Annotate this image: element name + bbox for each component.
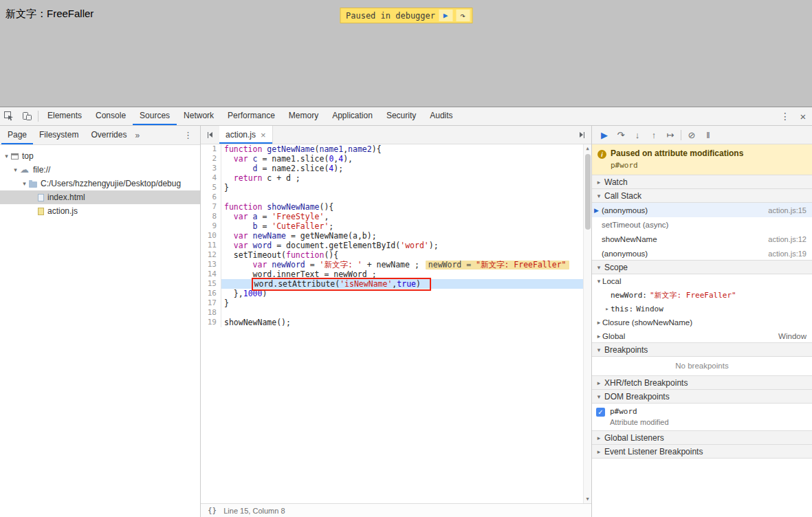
tree-expand-icon[interactable]: ▾ [3, 153, 10, 160]
step-into-icon[interactable]: ↓ [629, 126, 646, 143]
pause-on-exceptions-icon[interactable]: ‖ [700, 126, 716, 143]
scope-section-local[interactable]: ▾Local [592, 274, 812, 288]
code-editor[interactable]: 1function getNewName(name1,name2){2 var … [201, 144, 591, 503]
sidebar-tab-filesystem[interactable]: Filesystem [33, 126, 85, 144]
tab-application[interactable]: Application [325, 107, 380, 125]
call-stack-frame[interactable]: (anonymous)action.js:19 [592, 246, 812, 261]
line-number[interactable]: 17 [201, 298, 221, 308]
devtools-close-icon[interactable]: × [794, 108, 812, 125]
hide-navigator-icon[interactable] [201, 126, 219, 144]
call-stack-frame[interactable]: ▶(anonymous)action.js:15 [592, 203, 812, 217]
tab-audits[interactable]: Audits [423, 107, 459, 125]
line-number[interactable]: 13 [201, 260, 221, 270]
step-icon[interactable]: ↦ [662, 126, 679, 143]
line-number[interactable]: 14 [201, 270, 221, 279]
sidebar-tab-page[interactable]: Page [1, 126, 33, 144]
tree-expand-icon[interactable]: ▾ [12, 166, 19, 173]
line-number[interactable]: 10 [201, 231, 221, 241]
tab-security[interactable]: Security [380, 107, 423, 125]
tab-network[interactable]: Network [177, 107, 221, 125]
line-number[interactable]: 2 [201, 154, 221, 164]
deactivate-breakpoints-icon[interactable]: ⊘ [683, 126, 700, 143]
section-scope[interactable]: ▾ Scope [592, 260, 812, 274]
line-number[interactable]: 4 [201, 173, 221, 183]
more-tabs-icon[interactable]: » [133, 131, 142, 140]
tab-performance[interactable]: Performance [221, 107, 282, 125]
line-number[interactable]: 5 [201, 183, 221, 192]
section-xhr-breakpoints[interactable]: ▸ XHR/fetch Breakpoints [592, 375, 812, 390]
scope-section-global[interactable]: ▸GlobalWindow [592, 329, 812, 343]
line-number[interactable]: 16 [201, 289, 221, 298]
line-number[interactable]: 8 [201, 212, 221, 221]
tab-console[interactable]: Console [89, 107, 133, 125]
tree-item-index-html[interactable]: index.html [0, 190, 200, 204]
cursor-position-status: Line 15, Column 8 [223, 507, 285, 515]
line-number[interactable]: 3 [201, 164, 221, 173]
step-out-icon[interactable]: ↑ [646, 126, 662, 143]
devtools-body: PageFilesystemOverrides » ⋮ ▾top▾file://… [0, 126, 812, 517]
device-toolbar-icon[interactable] [18, 108, 36, 125]
editor-tab-actionjs[interactable]: action.js × [219, 126, 273, 144]
section-dom-breakpoints[interactable]: ▾ DOM Breakpoints [592, 389, 812, 404]
code-line-19: 19showNewName(); [201, 318, 591, 327]
section-call-stack[interactable]: ▾ Call Stack [592, 188, 812, 203]
toggle-debugger-sidebar-icon[interactable] [573, 126, 591, 144]
info-icon: i [597, 150, 606, 159]
call-stack-frame[interactable]: showNewNameaction.js:12 [592, 232, 812, 246]
line-number[interactable]: 1 [201, 144, 221, 154]
sidebar-tab-overrides[interactable]: Overrides [85, 126, 133, 144]
section-watch[interactable]: ▸ Watch [592, 175, 812, 189]
line-number[interactable]: 11 [201, 241, 221, 250]
pretty-print-icon[interactable]: {} [208, 506, 217, 515]
inspect-element-icon[interactable] [0, 108, 18, 125]
tree-item-top[interactable]: ▾top [0, 149, 200, 163]
line-number[interactable]: 18 [201, 308, 221, 318]
editor-statusbar: {} Line 15, Column 8 [201, 503, 591, 517]
devtools-menu-icon[interactable]: ⋮ [776, 108, 794, 125]
scope-variable[interactable]: newWord:"新文字: FreeFaller" [592, 288, 812, 302]
resume-icon[interactable]: ▶ [596, 126, 613, 143]
navigator-tabbar: PageFilesystemOverrides » ⋮ [0, 126, 200, 145]
tree-item-label: file:// [33, 165, 50, 175]
dom-breakpoint-entry[interactable]: ✓ p#word Attribute modified [592, 404, 812, 431]
step-over-icon[interactable]: ↷ [613, 126, 629, 143]
scope-section-closure[interactable]: ▸Closure (showNewName) [592, 316, 812, 329]
line-number[interactable]: 9 [201, 221, 221, 231]
close-tab-icon[interactable]: × [261, 130, 266, 140]
tab-memory[interactable]: Memory [282, 107, 325, 125]
step-over-button[interactable]: ↷ [456, 10, 470, 21]
code-text: b = 'CuteFaller'; [221, 221, 591, 231]
editor-scrollbar[interactable]: ▲ ▼ [583, 144, 591, 503]
tree-item-c-users-hzzhengyujie-desktop-debug[interactable]: ▾C:/Users/hzzhengyujie/Desktop/debug [0, 177, 200, 190]
section-global-listeners[interactable]: ▸ Global Listeners [592, 430, 812, 445]
section-label: Event Listener Breakpoints [604, 447, 703, 456]
line-number[interactable]: 12 [201, 250, 221, 260]
section-breakpoints[interactable]: ▾ Breakpoints [592, 342, 812, 357]
tree-expand-icon[interactable]: ▾ [21, 180, 28, 187]
line-number[interactable]: 15 [201, 279, 221, 289]
scope-variable[interactable]: ▸this:Window [592, 302, 812, 316]
tree-item-file[interactable]: ▾file:// [0, 163, 200, 177]
call-stack-frame[interactable]: setTimeout (async) [592, 217, 812, 232]
editor-tabbar: action.js × [201, 126, 591, 144]
scroll-up-icon[interactable]: ▲ [586, 144, 589, 153]
tab-sources[interactable]: Sources [133, 107, 177, 125]
devtools-window: ElementsConsoleSourcesNetworkPerformance… [0, 107, 812, 517]
code-line-3: 3 d = name2.slice(4); [201, 164, 591, 173]
code-text: var word = document.getElementById('word… [221, 241, 591, 250]
scroll-down-icon[interactable]: ▼ [586, 495, 589, 503]
tree-item-action-js[interactable]: action.js [0, 204, 200, 218]
variable-value: Window [636, 305, 663, 314]
devtools-main-toolbar: ElementsConsoleSourcesNetworkPerformance… [0, 107, 812, 126]
tab-elements[interactable]: Elements [41, 107, 89, 125]
scrollbar-thumb[interactable] [585, 154, 591, 230]
navigator-menu-icon[interactable]: ⋮ [177, 130, 199, 140]
line-number[interactable]: 7 [201, 202, 221, 212]
resume-script-button[interactable]: ▶ [439, 10, 452, 21]
expand-icon: ▸ [595, 179, 602, 186]
section-event-listener-breakpoints[interactable]: ▸ Event Listener Breakpoints [592, 444, 812, 459]
code-line-1: 1function getNewName(name1,name2){ [201, 144, 591, 154]
line-number[interactable]: 19 [201, 318, 221, 327]
line-number[interactable]: 6 [201, 192, 221, 202]
dom-breakpoint-checkbox[interactable]: ✓ [596, 408, 605, 417]
